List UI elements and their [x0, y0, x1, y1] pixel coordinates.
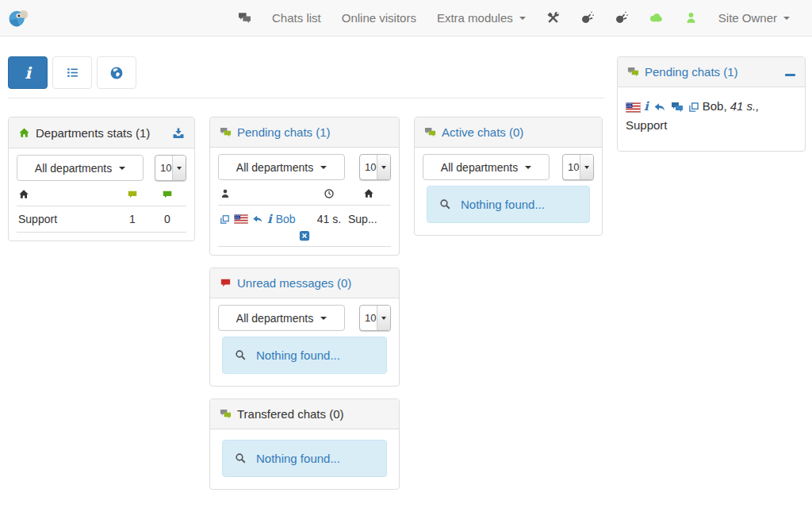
export-button[interactable]: [172, 125, 185, 140]
toolbar-divider: [8, 98, 604, 98]
select-arrow: [580, 155, 593, 179]
list-view-button[interactable]: [52, 56, 92, 89]
visitor-info-icon[interactable]: i: [644, 99, 649, 114]
nav-site-owner[interactable]: Site Owner: [708, 0, 800, 37]
page-size-select[interactable]: 10: [155, 155, 186, 181]
nav-chats-list[interactable]: Chats list: [262, 0, 331, 37]
nav-online-visitors[interactable]: Online visitors: [331, 0, 427, 37]
us-flag-icon: [626, 102, 641, 113]
department-filter-dropdown[interactable]: All departments: [218, 154, 345, 180]
parrot-logo-icon: [6, 6, 30, 30]
nav-extra-modules[interactable]: Extra modules: [427, 0, 536, 37]
pending-chats-heading: Pending chats (1): [210, 117, 399, 148]
page-size-select[interactable]: 10: [359, 154, 391, 180]
visitor-name-link[interactable]: Bob: [276, 213, 296, 225]
transfered-chats-heading: Transfered chats (0): [210, 399, 399, 429]
sidebar-pending-heading: Pending chats (1): [618, 57, 805, 87]
chat-bubbles-blue-icon[interactable]: [671, 101, 684, 114]
minus-icon: [785, 74, 795, 76]
empty-state-text: Nothing found...: [461, 198, 545, 211]
chevron-down-icon: [783, 17, 790, 20]
department-name: Support: [626, 118, 668, 132]
panel-title: Transfered chats (0): [237, 407, 344, 421]
cloud-icon: [649, 11, 664, 25]
reply-arrow-icon[interactable]: [653, 101, 666, 114]
transfered-chats-body: Nothing found...: [210, 429, 399, 489]
home-icon: [363, 188, 374, 199]
table-row: i Bob 41 s. Sup...: [218, 205, 391, 247]
nav-extra-modules-label: Extra modules: [437, 11, 513, 25]
chevron-down-icon: [519, 17, 526, 20]
search-icon: [439, 198, 451, 210]
nav-plugins-1[interactable]: [570, 0, 604, 37]
download-icon: [172, 127, 185, 140]
chevron-down-icon: [525, 166, 531, 169]
list-icon: [66, 66, 79, 79]
panel-title[interactable]: Pending chats (1): [645, 65, 738, 79]
nav-operator-status[interactable]: [674, 0, 708, 37]
chat-bubbles-icon: [220, 126, 232, 138]
department-cell: Sup...: [348, 213, 389, 225]
filter-row: All departments 10: [17, 155, 186, 181]
chat-bubble-pending-icon: [127, 189, 138, 200]
wait-time: 41 s.: [310, 213, 348, 225]
ban-visitor-icon[interactable]: [299, 230, 310, 241]
page-size-select[interactable]: 10: [359, 305, 391, 331]
brand-logo[interactable]: [6, 6, 30, 30]
reply-arrow-icon[interactable]: [252, 214, 263, 225]
nav-chats-icon-link[interactable]: [228, 0, 262, 37]
panel-title[interactable]: Pending chats (1): [237, 125, 331, 139]
nav-cloud-status[interactable]: [638, 0, 674, 37]
person-icon: [220, 188, 231, 199]
clock-icon: [324, 188, 335, 199]
department-filter-dropdown[interactable]: All departments: [218, 305, 345, 331]
panel-title[interactable]: Active chats (0): [442, 125, 523, 139]
table-row: Support 1 0: [17, 206, 186, 233]
unread-messages-panel: Unread messages (0) All departments 10: [209, 267, 400, 387]
nav-plugins-2[interactable]: [604, 0, 638, 37]
unread-messages-body: All departments 10 Nothing found...: [210, 298, 399, 386]
select-arrow: [377, 306, 390, 330]
grid-column-2: Pending chats (1) All departments 10: [209, 117, 400, 490]
chat-bubble-active-icon: [162, 189, 173, 200]
active-chats-body: All departments 10 Nothing found...: [415, 148, 602, 235]
chevron-down-icon: [320, 166, 327, 169]
search-icon: [235, 452, 247, 464]
nav-online-visitors-label: Online visitors: [342, 11, 416, 25]
filter-row: All departments 10: [218, 305, 391, 331]
pending-count: 1: [115, 213, 150, 225]
view-toolbar: i: [8, 56, 604, 89]
top-navbar: Chats list Online visitors Extra modules…: [0, 0, 812, 37]
empty-state-text: Nothing found...: [256, 452, 340, 465]
info-view-button[interactable]: i: [8, 56, 48, 89]
open-window-icon[interactable]: [220, 214, 230, 225]
nav-chats-list-label: Chats list: [272, 11, 321, 25]
department-filter-label: All departments: [236, 161, 313, 174]
globe-view-button[interactable]: [97, 56, 136, 89]
panel-title: Departments stats (1): [36, 126, 150, 140]
active-count: 0: [150, 213, 185, 225]
main-area: i Departments stats (1): [0, 37, 812, 490]
tools-icon: [546, 11, 560, 25]
nav-settings[interactable]: [536, 0, 570, 37]
active-chats-heading: Active chats (0): [415, 117, 602, 148]
open-window-icon[interactable]: [688, 102, 699, 113]
sidebar-pending-body: iBob, 41 s., Support: [618, 87, 805, 151]
page-size-select[interactable]: 10: [562, 154, 594, 180]
panel-title[interactable]: Unread messages (0): [237, 276, 351, 290]
page-size-value: 10: [563, 155, 580, 179]
department-filter-dropdown[interactable]: All departments: [17, 155, 144, 181]
department-filter-label: All departments: [35, 162, 112, 175]
department-filter-dropdown[interactable]: All departments: [423, 154, 550, 180]
departments-stats-heading: Departments stats (1): [9, 117, 194, 148]
grid-column-3: Active chats (0) All departments 10: [414, 117, 603, 236]
collapse-panel-button[interactable]: [785, 65, 795, 79]
chat-bubbles-icon: [424, 126, 436, 138]
empty-state-message: Nothing found...: [222, 337, 387, 374]
empty-state-message: Nothing found...: [427, 186, 590, 223]
panels-grid: Departments stats (1) All departments: [8, 117, 604, 490]
department-filter-label: All departments: [441, 161, 518, 174]
empty-state-text: Nothing found...: [256, 348, 340, 362]
right-sidebar: Pending chats (1) iBob, 41 s., Support: [617, 37, 806, 152]
visitor-info-icon[interactable]: i: [267, 212, 272, 226]
